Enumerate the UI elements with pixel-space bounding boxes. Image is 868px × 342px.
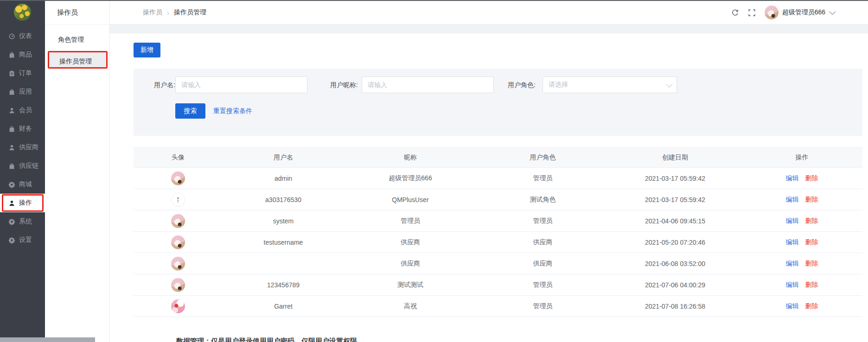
sidebar-item-orders[interactable]: 订单 [0, 64, 45, 82]
edit-link[interactable]: 编辑 [786, 260, 799, 267]
username-cell [223, 253, 344, 274]
chevron-down-icon [829, 8, 836, 15]
role-cell: 管理员 [477, 168, 609, 189]
dog-avatar [171, 235, 185, 249]
sidebar-item-label: 供应链 [19, 162, 38, 170]
column-header: 昵称 [344, 148, 477, 168]
nickname-label: 用户昵称: [320, 76, 358, 93]
avatar-cell [134, 253, 223, 274]
sidebar-item-apps[interactable]: 应用 [0, 82, 45, 101]
column-header: 用户名 [223, 148, 344, 168]
fullscreen-icon[interactable] [748, 9, 756, 17]
main-content: 新增 用户名: 用户昵称: 用户角色: 请选择 搜索 重置搜索条件 头像用户名昵… [109, 33, 868, 342]
delete-link[interactable]: 删除 [805, 174, 818, 182]
sidebar-item-supply-chain[interactable]: 供应链 [0, 157, 45, 175]
table-row: Garret高祝管理员2021-07-08 16:26:58编辑删除 [134, 296, 862, 317]
username-cell: testusername [223, 232, 344, 253]
column-header: 操作 [741, 148, 862, 168]
avatar-cell [134, 232, 223, 253]
bag-icon [8, 51, 15, 58]
secondary-sidebar: 操作员 角色管理操作员管理 [45, 1, 110, 342]
sidebar-item-role-management[interactable]: 角色管理 [45, 29, 109, 50]
avatar-cell [134, 210, 223, 232]
chevron-down-icon [666, 81, 672, 88]
sidebar-item-label: 应用 [19, 88, 32, 96]
delete-link[interactable]: 删除 [805, 302, 818, 310]
sidebar-item-mall[interactable]: 商城 [0, 175, 45, 194]
sidebar-item-operator-management[interactable]: 操作员管理 [48, 51, 108, 69]
sidebar-item-label: 系统 [19, 217, 32, 226]
sidebar-item-members[interactable]: 会员 [0, 101, 45, 120]
sidebar-item-goods[interactable]: 商品 [0, 45, 45, 64]
sidebar-item-label: 设置 [19, 236, 32, 244]
sidebar-item-system[interactable]: 系统 [0, 212, 45, 231]
username-cell: system [223, 210, 344, 232]
app-logo-avatar[interactable] [14, 4, 31, 21]
table-row: testusername供应商供应商2021-05-20 07:20:46编辑删… [134, 232, 862, 253]
reset-search-link[interactable]: 重置搜索条件 [213, 103, 252, 119]
avatar-cell [134, 189, 223, 210]
person-icon [8, 144, 15, 151]
column-header: 用户角色 [477, 148, 609, 168]
search-button[interactable]: 搜索 [175, 103, 205, 119]
refresh-icon[interactable] [731, 9, 739, 17]
sidebar-item-label: 商城 [19, 180, 32, 189]
role-cell: 管理员 [477, 210, 609, 232]
top-header-bar: 操作员 › 操作员管理 超级管理员666 [109, 1, 868, 25]
edit-link[interactable]: 编辑 [786, 238, 799, 246]
edit-link[interactable]: 编辑 [786, 217, 799, 224]
dog-avatar [171, 278, 185, 292]
nickname-cell: QMPlusUser [344, 189, 477, 210]
nickname-cell: 管理员 [344, 210, 477, 232]
delete-link[interactable]: 删除 [805, 196, 818, 203]
delete-link[interactable]: 删除 [805, 260, 818, 267]
breadcrumb-separator-icon: › [167, 9, 169, 17]
table-row: admin超级管理员666管理员2021-03-17 05:59:42编辑删除 [134, 168, 862, 189]
gear-icon [8, 237, 15, 244]
breadcrumb-root[interactable]: 操作员 [143, 8, 162, 17]
edit-link[interactable]: 编辑 [786, 281, 799, 288]
table-row: 123456789测试测试管理员2021-07-06 04:00:29编辑删除 [134, 274, 862, 296]
sidebar-item-label: 仪表 [19, 32, 32, 40]
username-cell: Garret [223, 296, 344, 317]
created-date-cell: 2021-07-06 04:00:29 [609, 274, 741, 296]
page-background-band [109, 24, 868, 33]
nickname-cell: 供应商 [344, 253, 477, 274]
avatar-cell [134, 168, 223, 189]
dog-avatar [171, 171, 185, 185]
role-select-placeholder: 请选择 [549, 81, 568, 89]
table-header-row: 头像用户名昵称用户角色创建日期操作 [134, 148, 862, 168]
role-select[interactable]: 请选择 [542, 76, 677, 93]
edit-link[interactable]: 编辑 [786, 196, 799, 203]
role-cell: 管理员 [477, 274, 609, 296]
sidebar-item-label: 订单 [19, 69, 32, 77]
sidebar-item-dashboard[interactable]: 仪表 [0, 27, 45, 45]
user-avatar [765, 6, 779, 19]
add-button[interactable]: 新增 [134, 43, 160, 57]
clipboard-icon [8, 70, 15, 77]
sidebar-item-finance[interactable]: 财务 [0, 120, 45, 138]
user-menu[interactable]: 超级管理员666 [765, 6, 834, 19]
table-row: 供应商供应商2021-06-08 03:52:00编辑删除 [134, 253, 862, 274]
horizontal-scrollbar-thumb[interactable] [0, 337, 95, 342]
nickname-cell: 测试测试 [344, 274, 477, 296]
column-header: 创建日期 [609, 148, 741, 168]
delete-link[interactable]: 删除 [805, 281, 818, 288]
edit-link[interactable]: 编辑 [786, 302, 799, 310]
actions-cell: 编辑删除 [741, 210, 862, 232]
sidebar-item-supplier[interactable]: 供应商 [0, 138, 45, 157]
sidebar-item-label: 操作 [19, 199, 32, 207]
bag-icon [8, 126, 15, 133]
username-input[interactable] [175, 76, 307, 93]
emblem-avatar [171, 193, 185, 207]
delete-link[interactable]: 删除 [805, 217, 818, 224]
sidebar-item-settings[interactable]: 设置 [0, 231, 45, 249]
nickname-input[interactable] [362, 76, 494, 93]
created-date-cell: 2021-06-08 03:52:00 [609, 253, 741, 274]
delete-link[interactable]: 删除 [805, 238, 818, 246]
created-date-cell: 2021-07-08 16:26:58 [609, 296, 741, 317]
sidebar-item-operation[interactable]: 操作 [0, 194, 45, 212]
secondary-menu: 角色管理操作员管理 [45, 25, 109, 69]
edit-link[interactable]: 编辑 [786, 174, 799, 182]
role-cell: 管理员 [477, 296, 609, 317]
